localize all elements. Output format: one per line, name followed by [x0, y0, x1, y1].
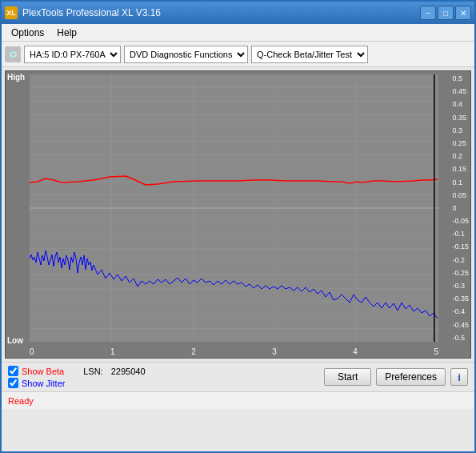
chart-plot-area — [30, 74, 438, 342]
lsn-label: LSN: — [83, 367, 102, 376]
title-bar-left: XL PlexTools Professional XL V3.16 — [5, 6, 161, 19]
toolbar: 💿 HA:5 ID:0 PX-760A DVD Diagnostic Funct… — [2, 42, 474, 67]
chart-container: High Low — [5, 70, 471, 359]
drive-icon: 💿 — [5, 46, 21, 62]
maximize-button[interactable]: □ — [438, 6, 454, 20]
chart-svg — [30, 74, 438, 342]
chart-right-axis: 0.5 0.45 0.4 0.35 0.3 0.25 0.2 0.15 0.1 … — [452, 74, 469, 342]
window-title: PlexTools Professional XL V3.16 — [22, 7, 161, 18]
drive-selector[interactable]: HA:5 ID:0 PX-760A — [24, 46, 121, 63]
show-beta-label: Show Beta — [22, 367, 64, 376]
menu-options[interactable]: Options — [5, 26, 50, 40]
lsn-value: 2295040 — [111, 367, 146, 376]
status-text: Ready — [8, 396, 34, 406]
chart-bottom-axis: 0 1 2 3 4 5 — [30, 347, 438, 356]
content-area: High Low — [2, 67, 474, 451]
bottom-panel: Show Beta LSN: 2295040 Show Jitter Start… — [2, 362, 474, 391]
start-button[interactable]: Start — [324, 368, 371, 386]
show-jitter-row: Show Jitter — [8, 378, 146, 388]
function-selector[interactable]: DVD Diagnostic Functions — [124, 46, 248, 63]
menu-bar: Options Help — [2, 24, 474, 42]
menu-help[interactable]: Help — [50, 26, 83, 40]
chart-high-label: High — [7, 73, 25, 82]
test-selector[interactable]: Q-Check Beta/Jitter Test — [251, 46, 368, 63]
show-beta-row: Show Beta LSN: 2295040 — [8, 366, 146, 376]
bottom-right: Start Preferences i — [324, 368, 468, 386]
minimize-button[interactable]: − — [420, 6, 436, 20]
close-button[interactable]: ✕ — [455, 6, 471, 20]
chart-low-label: Low — [7, 336, 23, 345]
show-beta-checkbox[interactable] — [8, 366, 18, 376]
show-jitter-label: Show Jitter — [22, 379, 65, 388]
app-icon: XL — [5, 6, 18, 19]
window-controls: − □ ✕ — [420, 6, 471, 20]
beta-line — [30, 176, 438, 185]
status-bar: Ready — [2, 391, 474, 409]
show-jitter-checkbox[interactable] — [8, 378, 18, 388]
info-button[interactable]: i — [450, 368, 468, 386]
jitter-line — [30, 251, 438, 319]
title-bar: XL PlexTools Professional XL V3.16 − □ ✕ — [2, 2, 474, 24]
preferences-button[interactable]: Preferences — [376, 368, 446, 386]
bottom-left: Show Beta LSN: 2295040 Show Jitter — [8, 366, 146, 388]
app-window: XL PlexTools Professional XL V3.16 − □ ✕… — [0, 0, 476, 453]
